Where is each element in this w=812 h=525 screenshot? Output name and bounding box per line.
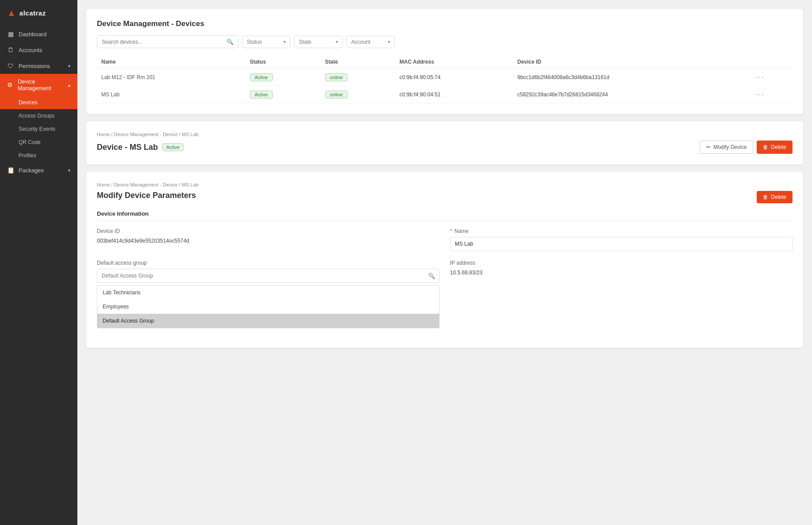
breadcrumb: Home / Device Management - Device / MS L… [97, 132, 793, 137]
sidebar-item-label: Dashboard [19, 31, 47, 38]
device-id-cell: 9bcc1d6b2f464008a6c3d4b6ba13161d [513, 69, 751, 86]
sidebar-subitem-access-groups[interactable]: Access Groups [0, 109, 77, 122]
device-mac-cell: c0:9b:f4:90:04:51 [395, 86, 513, 103]
sidebar-item-dashboard[interactable]: ▦ Dashboard [0, 26, 77, 42]
dashboard-icon: ▦ [7, 30, 14, 38]
action-buttons: ✏ Modify Device 🗑 Delete [700, 141, 793, 154]
delete-device-button[interactable]: 🗑 Delete [757, 141, 793, 154]
subitem-label: Security Events [19, 126, 55, 132]
permissions-icon: 🛡 [7, 62, 14, 69]
subitem-label: Profiles [19, 152, 36, 159]
col-status: Status [245, 55, 321, 69]
device-title: Device - MS Lab Active [97, 143, 184, 152]
status-filter-label: Status [247, 39, 262, 45]
sidebar-item-label: Device Management [18, 78, 64, 91]
sidebar-item-label: Packages [19, 167, 44, 174]
table-body: Lab M12 - IDF Rm 201 Active online c0:9b… [97, 69, 793, 103]
device-mgmt-icon: ⚙ [7, 81, 13, 88]
subitem-label: Devices [19, 99, 38, 106]
subitem-label: QR Code [19, 139, 41, 145]
action-menu-button[interactable]: ··· [756, 91, 764, 98]
logo: ▲ alcatraz [0, 0, 77, 26]
sidebar-item-packages[interactable]: 📋 Packages ▾ [0, 162, 77, 178]
dropdown-item-employees[interactable]: Employees [97, 300, 439, 314]
modify-header: Modify Device Parameters 🗑 Delete [97, 191, 793, 203]
modify-device-card: Home / Device Management - Device / MS L… [86, 171, 803, 348]
col-mac: MAC Address [395, 55, 513, 69]
edit-icon: ✏ [706, 144, 711, 150]
sidebar-item-label: Permissions [19, 63, 50, 69]
dropdown-item-default-access-group[interactable]: Default Access Group [97, 314, 439, 328]
access-group-input[interactable] [97, 269, 440, 283]
chevron-down-icon: ▾ [68, 64, 70, 68]
logo-icon: ▲ [7, 8, 16, 18]
device-header: Device - MS Lab Active ✏ Modify Device 🗑… [97, 141, 793, 154]
table-row: MS Lab Active online c0:9b:f4:90:04:51 c… [97, 86, 793, 103]
name-label: * Name [450, 228, 793, 234]
card-title: Device Management - Devices [97, 19, 793, 28]
device-status-cell: Active [245, 86, 321, 103]
sidebar-subitem-qr-code[interactable]: QR Code [0, 136, 77, 149]
access-group-container: 🔍 [97, 269, 440, 283]
chevron-up-icon: ▴ [68, 83, 70, 88]
sidebar-subitem-security-events[interactable]: Security Events [0, 122, 77, 136]
name-input[interactable] [450, 237, 793, 251]
action-menu-button[interactable]: ··· [756, 73, 764, 81]
chevron-down-icon: ▾ [283, 39, 286, 44]
device-management-submenu: Devices Access Groups Security Events QR… [0, 96, 77, 162]
device-detail-card: Home / Device Management - Device / MS L… [86, 121, 803, 164]
modify-title: Modify Device Parameters [97, 191, 196, 200]
breadcrumb: Home / Device Management - Device / MS L… [97, 182, 793, 187]
sidebar: ▲ alcatraz ▦ Dashboard 🗒 Accounts 🛡 Perm… [0, 0, 77, 525]
trash-icon: 🗑 [763, 144, 768, 150]
sidebar-item-permissions[interactable]: 🛡 Permissions ▾ [0, 58, 77, 74]
sidebar-subitem-profiles[interactable]: Profiles [0, 149, 77, 162]
access-group-group: Default access group 🔍 Lab Technicians E… [97, 260, 440, 328]
sidebar-item-device-management[interactable]: ⚙ Device Management ▴ [0, 74, 77, 96]
state-filter-label: State [299, 39, 311, 45]
account-filter[interactable]: Account ▾ [346, 36, 395, 48]
logo-text: alcatraz [19, 9, 46, 17]
modify-delete-button[interactable]: 🗑 Delete [757, 191, 793, 203]
modify-device-button[interactable]: ✏ Modify Device [700, 141, 753, 154]
devices-table: Name Status State MAC Address Device ID … [97, 55, 793, 103]
search-icon: 🔍 [428, 273, 435, 279]
search-button[interactable]: 🔍 [226, 38, 234, 45]
device-actions-cell: ··· [751, 69, 793, 86]
accounts-icon: 🗒 [7, 46, 14, 53]
section-title: Device Information [97, 210, 793, 221]
subitem-label: Access Groups [19, 113, 54, 119]
sidebar-item-label: Accounts [19, 47, 42, 53]
device-link[interactable]: Lab M12 - IDF Rm 201 [101, 74, 155, 80]
device-mac-cell: c0:9b:f4:90:05:74 [395, 69, 513, 86]
col-device-id: Device ID [513, 55, 751, 69]
device-actions-cell: ··· [751, 86, 793, 103]
ip-value: 10.5.69.83/23 [450, 269, 793, 277]
account-filter-label: Account [351, 39, 370, 45]
sidebar-item-accounts[interactable]: 🗒 Accounts [0, 42, 77, 58]
sidebar-nav: ▦ Dashboard 🗒 Accounts 🛡 Permissions ▾ ⚙… [0, 26, 77, 525]
device-state-cell: online [321, 86, 395, 103]
search-box[interactable]: 🔍 [97, 35, 238, 48]
toolbar: 🔍 Status ▾ State ▾ Account ▾ [97, 35, 793, 48]
state-filter[interactable]: State ▾ [294, 36, 343, 48]
device-link[interactable]: MS Lab [101, 91, 119, 98]
dropdown-item-lab-technicians[interactable]: Lab Technicians [97, 285, 439, 300]
search-input[interactable] [102, 39, 226, 45]
status-badge: Active [250, 91, 273, 99]
status-filter[interactable]: Status ▾ [242, 36, 291, 48]
state-badge: online [325, 73, 348, 81]
access-group-dropdown: Lab Technicians Employees Default Access… [97, 285, 440, 328]
device-id-group: Device ID 003bef414c9d43e9e55203514oc557… [97, 228, 440, 251]
device-management-card: Device Management - Devices 🔍 Status ▾ S… [86, 9, 803, 114]
device-id-cell: c58292c39ac46e7b7d26815d3468244 [513, 86, 751, 103]
chevron-down-icon: ▾ [336, 39, 338, 44]
status-badge: Active [250, 73, 273, 81]
main-content: Device Management - Devices 🔍 Status ▾ S… [77, 0, 812, 525]
device-id-label: Device ID [97, 228, 440, 234]
sidebar-subitem-devices[interactable]: Devices [0, 96, 77, 109]
col-name: Name [97, 55, 245, 69]
device-status-badge: Active [162, 143, 184, 151]
col-actions [751, 55, 793, 69]
ip-group: IP address 10.5.69.83/23 [450, 260, 793, 328]
